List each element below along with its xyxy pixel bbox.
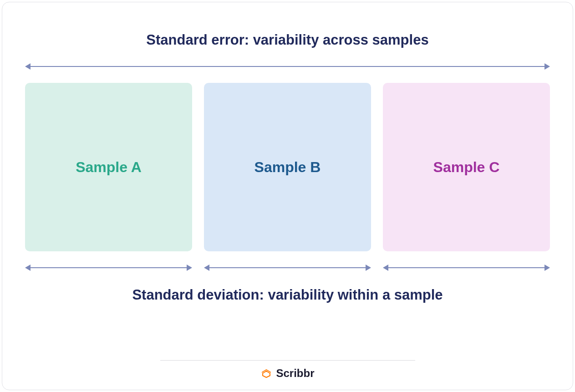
sample-b-box: Sample B [204,83,371,251]
sample-b-label: Sample B [254,159,321,176]
scribbr-logo-icon [260,367,272,379]
sample-a-label: Sample A [76,159,142,176]
sample-a-box: Sample A [25,83,192,251]
brand-name: Scribbr [276,367,314,380]
arrow-line [387,267,546,268]
arrow-right-head-icon [366,265,371,271]
diagram-container: Standard error: variability across sampl… [2,2,573,390]
samples-row: Sample A Sample B Sample C [25,83,550,251]
arrow-right-head-icon [544,63,550,70]
across-samples-arrow [25,63,550,70]
footer: Scribbr [160,360,415,380]
standard-error-title: Standard error: variability across sampl… [146,32,428,48]
sample-a-arrow [25,264,192,271]
sample-b-arrow [204,264,371,271]
standard-deviation-title: Standard deviation: variability within a… [132,287,443,303]
within-sample-arrows-row [25,264,550,271]
arrow-right-head-icon [187,265,192,271]
sample-c-label: Sample C [433,159,500,176]
sample-c-arrow [383,264,550,271]
arrow-line [29,66,546,67]
footer-divider [160,360,415,361]
sample-c-box: Sample C [383,83,550,251]
brand: Scribbr [260,367,314,380]
arrow-line [208,267,367,268]
arrow-line [29,267,188,268]
arrow-right-head-icon [544,265,550,271]
